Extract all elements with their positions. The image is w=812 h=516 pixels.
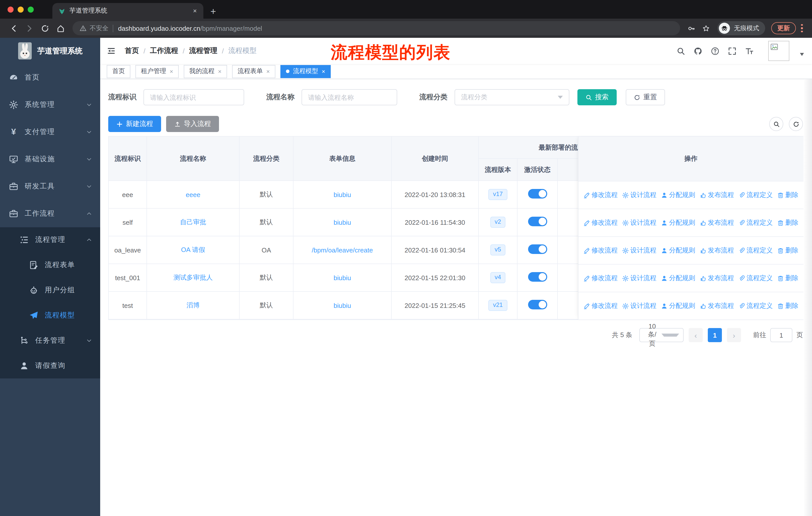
process-definition-link[interactable]: 流程定义 (738, 274, 773, 283)
help-icon[interactable] (711, 47, 719, 55)
process-category-select[interactable]: 流程分类 (455, 89, 569, 105)
sidebar-item-devtools[interactable]: 研发工具 (0, 173, 100, 200)
sidebar-item-process-form[interactable]: 流程表单 (0, 252, 100, 278)
collapse-sidebar-icon[interactable] (107, 46, 116, 55)
tab-close-icon[interactable]: × (192, 7, 198, 15)
assign-rule-link[interactable]: 分配规则 (661, 190, 695, 199)
process-definition-link[interactable]: 流程定义 (738, 218, 773, 227)
zoom-window-button[interactable] (28, 6, 34, 12)
font-size-icon[interactable] (745, 47, 754, 55)
fullscreen-icon[interactable] (728, 47, 736, 55)
sidebar-item-workflow[interactable]: 工作流程 (0, 200, 100, 227)
bookmark-star-icon[interactable] (702, 24, 710, 32)
create-process-button[interactable]: 新建流程 (108, 116, 161, 132)
activation-toggle[interactable] (528, 244, 547, 254)
avatar[interactable] (768, 41, 789, 61)
reset-button[interactable]: 重置 (626, 89, 665, 105)
next-page-button[interactable]: › (727, 328, 741, 342)
tab-tenant[interactable]: 租户管理 × (136, 65, 179, 78)
close-icon[interactable]: × (170, 68, 173, 75)
tab-process-model[interactable]: 流程模型 × (281, 65, 331, 78)
process-name-link[interactable]: 滔博 (186, 301, 200, 309)
sidebar-item-process-model[interactable]: 流程模型 (0, 303, 100, 328)
back-icon[interactable] (9, 24, 18, 32)
security-label[interactable]: 不安全 (90, 24, 109, 32)
sidebar-item-user-group[interactable]: 用户分组 (0, 278, 100, 303)
process-name-link[interactable]: eeee (186, 191, 200, 198)
process-definition-link[interactable]: 流程定义 (738, 190, 773, 199)
tab-home[interactable]: 首页 (107, 65, 130, 78)
toggle-search-button[interactable] (769, 117, 783, 131)
form-link[interactable]: biubiu (334, 191, 351, 198)
caret-down-icon[interactable] (800, 53, 804, 56)
process-name-link[interactable]: 测试多审批人 (173, 274, 213, 281)
process-name-input[interactable] (301, 89, 397, 105)
refresh-table-button[interactable] (789, 117, 803, 131)
process-name-link[interactable]: OA 请假 (181, 246, 205, 253)
tab-my-process[interactable]: 我的流程 × (184, 65, 227, 78)
tab-process-form[interactable]: 流程表单 × (232, 65, 276, 78)
edit-process-link[interactable]: 修改流程 (583, 218, 618, 227)
home-icon[interactable] (56, 24, 65, 32)
publish-process-link[interactable]: 发布流程 (700, 190, 734, 199)
browser-update-button[interactable]: 更新 (771, 22, 796, 34)
activation-toggle[interactable] (528, 217, 547, 226)
assign-rule-link[interactable]: 分配规则 (661, 246, 695, 255)
assign-rule-link[interactable]: 分配规则 (661, 274, 695, 283)
process-id-input[interactable] (143, 89, 244, 105)
breadcrumb-workflow[interactable]: 工作流程 (150, 46, 178, 55)
design-process-link[interactable]: 设计流程 (622, 190, 657, 199)
browser-tab[interactable]: 芋道管理系统 × (52, 3, 203, 19)
edit-process-link[interactable]: 修改流程 (583, 301, 618, 310)
design-process-link[interactable]: 设计流程 (622, 246, 657, 255)
sidebar-item-task-mgmt[interactable]: 任务管理 (0, 328, 100, 353)
design-process-link[interactable]: 设计流程 (622, 301, 657, 310)
goto-page-input[interactable] (770, 328, 792, 342)
prev-page-button[interactable]: ‹ (689, 328, 703, 342)
forward-icon[interactable] (25, 24, 34, 32)
sidebar-item-infra[interactable]: 基础设施 (0, 146, 100, 173)
publish-process-link[interactable]: 发布流程 (700, 301, 734, 310)
url-bar[interactable]: 不安全 dashboard.yudao.iocoder.cn /bpm/mana… (72, 21, 680, 35)
sidebar-item-leave-query[interactable]: 请假查询 (0, 353, 100, 378)
minimize-window-button[interactable] (18, 6, 24, 12)
breadcrumb-process-mgmt[interactable]: 流程管理 (189, 46, 218, 55)
sidebar-item-pay[interactable]: ¥ 支付管理 (0, 118, 100, 146)
process-definition-link[interactable]: 流程定义 (738, 246, 773, 255)
close-window-button[interactable] (7, 6, 13, 12)
page-1-button[interactable]: 1 (708, 328, 722, 342)
activation-toggle[interactable] (528, 189, 547, 198)
publish-process-link[interactable]: 发布流程 (700, 218, 734, 227)
process-definition-link[interactable]: 流程定义 (738, 301, 773, 310)
form-link[interactable]: /bpm/oa/leave/create (312, 246, 373, 254)
delete-link[interactable]: 删除 (777, 274, 799, 283)
activation-toggle[interactable] (528, 300, 547, 309)
sidebar-item-process-mgmt[interactable]: 流程管理 (0, 227, 100, 252)
new-tab-button[interactable]: + (210, 6, 216, 16)
publish-process-link[interactable]: 发布流程 (700, 274, 734, 283)
edit-process-link[interactable]: 修改流程 (583, 190, 618, 199)
design-process-link[interactable]: 设计流程 (622, 218, 657, 227)
import-process-button[interactable]: 导入流程 (166, 116, 219, 132)
scrollbar-gutter[interactable] (804, 79, 812, 516)
edit-process-link[interactable]: 修改流程 (583, 274, 618, 283)
form-link[interactable]: biubiu (334, 274, 351, 281)
edit-process-link[interactable]: 修改流程 (583, 246, 618, 255)
process-name-link[interactable]: 自己审批 (180, 218, 206, 226)
assign-rule-link[interactable]: 分配规则 (661, 218, 695, 227)
delete-link[interactable]: 删除 (777, 218, 799, 227)
reload-icon[interactable] (41, 24, 49, 32)
close-icon[interactable]: × (322, 68, 325, 75)
delete-link[interactable]: 删除 (777, 301, 799, 310)
sidebar-item-system[interactable]: 系统管理 (0, 91, 100, 118)
assign-rule-link[interactable]: 分配规则 (661, 301, 695, 310)
close-icon[interactable]: × (218, 68, 222, 75)
browser-menu-icon[interactable] (801, 24, 803, 32)
form-link[interactable]: biubiu (334, 302, 351, 309)
activation-toggle[interactable] (528, 272, 547, 282)
sidebar-item-home[interactable]: 首页 (0, 64, 100, 91)
form-link[interactable]: biubiu (334, 218, 351, 226)
search-icon[interactable] (676, 47, 685, 55)
github-icon[interactable] (694, 47, 702, 55)
page-size-select[interactable]: 10条/页 (639, 328, 684, 342)
